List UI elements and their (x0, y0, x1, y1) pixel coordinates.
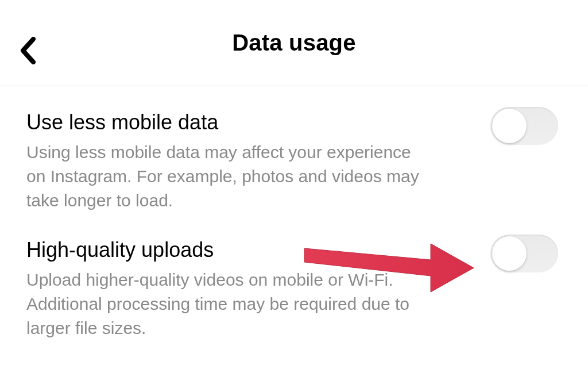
header: Data usage (0, 0, 588, 86)
setting-description: Upload higher-quality videos on mobile o… (26, 268, 428, 340)
page-title: Data usage (232, 30, 355, 56)
toggle-use-less-data[interactable] (490, 107, 558, 145)
chevron-left-icon (20, 37, 36, 64)
setting-description: Using less mobile data may affect your e… (26, 140, 428, 213)
setting-use-less-data: Use less mobile data Using less mobile d… (26, 110, 562, 213)
toggle-high-quality-uploads[interactable] (490, 235, 558, 272)
setting-title: High-quality uploads (26, 238, 447, 262)
settings-list: Use less mobile data Using less mobile d… (0, 86, 588, 340)
setting-high-quality-uploads: High-quality uploads Upload higher-quali… (26, 238, 562, 340)
setting-title: Use less mobile data (26, 110, 447, 135)
back-button[interactable] (14, 33, 41, 68)
